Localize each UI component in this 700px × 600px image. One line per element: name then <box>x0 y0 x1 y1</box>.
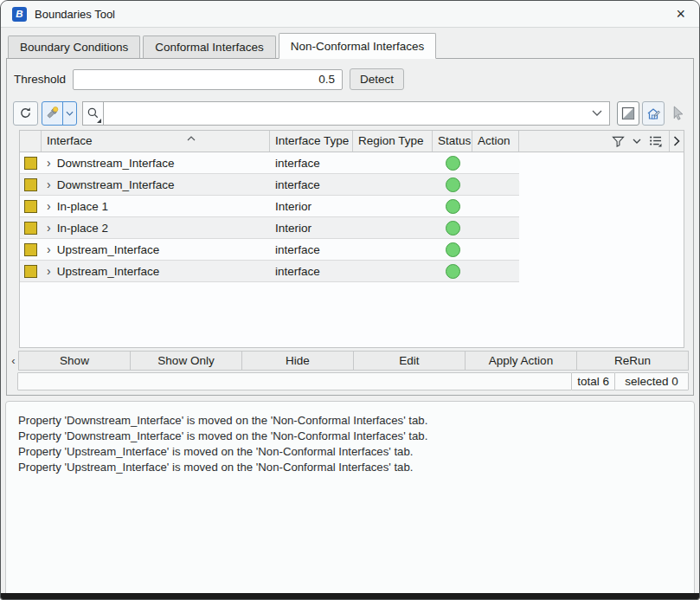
close-icon[interactable]: × <box>674 6 687 22</box>
row-name: Upstream_Interface <box>57 243 160 256</box>
row-status <box>433 221 472 235</box>
tab-non-conformal-interfaces[interactable]: Non-Conformal Interfaces <box>279 33 437 59</box>
split-view-button[interactable] <box>617 101 639 126</box>
app-icon: B <box>12 7 27 22</box>
row-status <box>433 199 472 214</box>
row-status <box>433 264 472 279</box>
hide-button[interactable]: Hide <box>241 351 354 371</box>
status-ok-icon <box>446 221 460 235</box>
tab-boundary-conditions[interactable]: Boundary Conditions <box>8 35 140 59</box>
row-interface-type: interface <box>270 243 353 256</box>
log-line: Property 'Upstream_Interface' is moved o… <box>18 460 682 475</box>
row-expand-icon[interactable]: › <box>42 242 57 256</box>
tab-conformal-interfaces[interactable]: Conformal Interfaces <box>143 35 275 59</box>
actions-row: ‹ Show Show Only Hide Edit Apply Action … <box>9 351 689 371</box>
header-tools <box>519 131 669 152</box>
interfaces-table: Interface Interface Type Region Type Sta… <box>19 130 684 348</box>
status-ok-icon <box>446 242 460 257</box>
edit-button[interactable]: Edit <box>353 351 466 371</box>
refresh-icon <box>19 106 32 119</box>
split-view-icon <box>621 106 635 120</box>
flashlight-filter-button[interactable] <box>42 102 62 125</box>
row-expand-icon[interactable]: › <box>42 156 57 170</box>
detect-button[interactable]: Detect <box>350 68 404 90</box>
table-row[interactable]: ›In-place 1 Interior <box>20 196 519 217</box>
threshold-label: Threshold <box>14 73 66 86</box>
refresh-button[interactable] <box>13 101 38 126</box>
table-row[interactable]: ›Upstream_Interface interface <box>20 239 519 261</box>
edit-home-button[interactable] <box>642 101 665 126</box>
flashlight-filter-icon <box>45 106 60 120</box>
header-icon-column[interactable] <box>20 131 42 152</box>
search-mode-button[interactable] <box>82 101 104 126</box>
status-ok-icon <box>446 264 460 279</box>
boundary-type-icon <box>20 200 42 213</box>
header-status[interactable]: Status <box>433 131 472 152</box>
selected-count: selected 0 <box>614 372 689 390</box>
boundaries-tool-window: B Boundaries Tool × Boundary Conditions … <box>0 0 700 600</box>
search-group <box>82 101 610 126</box>
log-line: Property 'Downstream_Interface' is moved… <box>18 429 682 444</box>
row-expand-icon[interactable]: › <box>42 221 57 235</box>
pointer-select-button[interactable] <box>667 101 688 126</box>
search-combobox[interactable] <box>104 101 610 126</box>
count-spacer <box>17 372 572 390</box>
dropdown-chevron-icon <box>66 111 74 116</box>
rerun-button[interactable]: ReRun <box>576 351 689 371</box>
sort-ascending-icon <box>187 136 196 141</box>
flashlight-filter-dropdown[interactable] <box>62 102 76 125</box>
row-interface-type: Interior <box>270 222 353 235</box>
row-name: In-place 1 <box>57 200 108 213</box>
row-status <box>433 242 472 257</box>
header-interface-type[interactable]: Interface Type <box>270 131 353 152</box>
row-interface-type: Interior <box>270 200 353 213</box>
row-name: In-place 2 <box>57 222 108 235</box>
status-ok-icon <box>446 177 460 192</box>
row-name: Upstream_Interface <box>57 265 160 278</box>
header-region-type[interactable]: Region Type <box>353 131 433 152</box>
row-interface-type: interface <box>270 157 353 170</box>
boundary-type-icon <box>20 265 42 278</box>
status-ok-icon <box>446 156 460 171</box>
row-interface-type: interface <box>270 265 353 278</box>
table-row[interactable]: ›Upstream_Interface interface <box>20 261 519 282</box>
pointer-icon <box>671 106 685 121</box>
threshold-row: Threshold Detect <box>14 68 686 90</box>
count-row: total 6 selected 0 <box>17 372 689 390</box>
header-action[interactable]: Action <box>472 131 519 152</box>
show-button[interactable]: Show <box>18 351 131 371</box>
column-list-icon[interactable] <box>649 135 662 147</box>
search-icon <box>87 106 100 119</box>
boundary-type-icon <box>20 157 42 170</box>
log-line: Property 'Upstream_Interface' is moved o… <box>18 444 682 460</box>
boundary-type-icon <box>20 243 42 256</box>
toolbar <box>13 100 688 126</box>
boundary-type-icon <box>20 222 42 235</box>
table-row[interactable]: ›Downstream_Interface interface <box>20 152 519 174</box>
row-expand-icon[interactable]: › <box>42 264 57 278</box>
window-resize-edge[interactable] <box>1 593 699 599</box>
row-status <box>433 177 472 192</box>
row-interface-type: interface <box>270 178 353 191</box>
action-buttons: Show Show Only Hide Edit Apply Action Re… <box>18 351 689 371</box>
filter-funnel-icon[interactable] <box>612 136 625 147</box>
threshold-input[interactable] <box>73 69 343 90</box>
table-header: Interface Interface Type Region Type Sta… <box>20 131 684 152</box>
titlebar[interactable]: B Boundaries Tool × <box>1 1 699 28</box>
row-expand-icon[interactable]: › <box>42 199 57 213</box>
filter-chevron-icon[interactable] <box>633 139 641 144</box>
apply-action-button[interactable]: Apply Action <box>465 351 577 371</box>
table-row[interactable]: ›Downstream_Interface interface <box>20 174 519 196</box>
row-name: Downstream_Interface <box>57 157 175 170</box>
log-output: Property 'Downstream_Interface' is moved… <box>5 401 695 599</box>
row-expand-icon[interactable]: › <box>42 177 57 191</box>
header-interface[interactable]: Interface <box>42 131 270 152</box>
flashlight-filter-split-button <box>42 101 77 126</box>
edit-home-icon <box>645 106 661 121</box>
expand-panel-icon[interactable] <box>669 131 684 152</box>
table-row[interactable]: ›In-place 2 Interior <box>20 217 519 239</box>
scroll-left-icon[interactable]: ‹ <box>9 354 18 367</box>
window-title: Boundaries Tool <box>35 8 115 21</box>
show-only-button[interactable]: Show Only <box>130 351 242 371</box>
row-status <box>433 156 472 171</box>
